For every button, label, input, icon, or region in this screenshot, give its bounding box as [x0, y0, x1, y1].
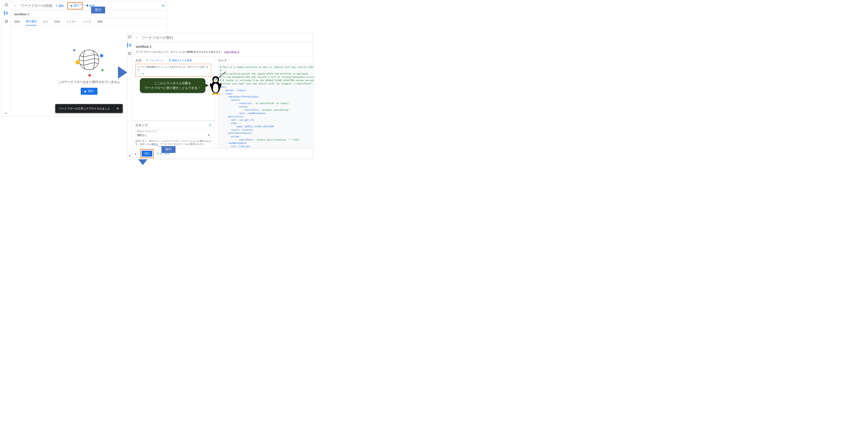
svg-rect-24 [129, 44, 129, 44]
page-title: ワークフローの実行 [142, 35, 173, 40]
play-icon: ▶ [85, 90, 87, 93]
workflows-logo-icon[interactable] [4, 2, 9, 7]
svg-point-23 [131, 38, 131, 38]
edit-label: 編集 [59, 4, 64, 8]
left-rail: ▸ [2, 1, 11, 116]
svg-rect-10 [5, 20, 6, 21]
run-button-label: 実行 [88, 89, 94, 93]
svg-point-46 [216, 93, 219, 95]
input-editor-hint-box: ユーザー補助機能のオプションを表示するには、Alt+F1 キーを押します。 1 … [135, 64, 211, 77]
select-value: 指定なし [137, 133, 147, 137]
svg-rect-13 [7, 22, 8, 23]
svg-rect-8 [5, 14, 6, 14]
edit-button[interactable]: ✎ 編集 [56, 4, 64, 8]
page-title: ワークフローの詳細 [21, 3, 52, 8]
workflow-description: ワークフローへの入力として、オプションの JSON オブジェクトを渡せます。 L… [136, 50, 315, 54]
empty-illustration [71, 47, 106, 76]
log-level-select[interactable]: 呼び出しログレベル * 指定なし ▾ [135, 129, 211, 138]
expand-footer-icon[interactable]: ▸ [135, 152, 136, 155]
svg-point-21 [131, 36, 131, 36]
speech-bubble: ここからランタイム引数を ワークフローに受け渡すこともできる！ [140, 78, 205, 93]
svg-point-1 [7, 3, 8, 4]
svg-point-2 [5, 6, 5, 6]
workflow-name: workflow-1 [136, 45, 315, 49]
svg-rect-7 [6, 13, 8, 13]
json-input-editor[interactable]: 1 {} [137, 72, 209, 75]
flow-arrow-down [138, 159, 147, 165]
logging-heading: ロギング [135, 123, 148, 127]
use-last-input-button[interactable]: 最後の入力を使用 [168, 59, 192, 62]
empty-run-button[interactable]: ▶ 実行 [81, 88, 97, 95]
svg-point-20 [128, 36, 128, 36]
workflow-header: workflow-1 ワークフローへの入力として、オプションの JSON オブジ… [132, 42, 315, 57]
tab-source[interactable]: ソース [83, 18, 91, 26]
tab-metrics[interactable]: 指標 [14, 18, 20, 26]
expand-rail-icon[interactable]: ▸ [6, 111, 7, 115]
code-comment: # This workflow passes the region where … [220, 72, 308, 75]
svg-point-41 [216, 78, 217, 79]
tab-history[interactable]: 実行履歴 [26, 18, 37, 26]
left-rail: ▸ [127, 33, 132, 159]
code-comment: # This is a sample workflow to test or r… [220, 66, 315, 68]
desc-bold: JSON オブジェクト [186, 51, 209, 53]
svg-rect-26 [129, 45, 129, 45]
rail-list-icon[interactable] [127, 43, 132, 47]
rail-grid-icon[interactable] [127, 51, 132, 56]
code-comment: # to the Wikipedia API and returns a lis… [220, 76, 315, 78]
help-icon[interactable]: ?⃝ [209, 124, 211, 127]
svg-rect-30 [128, 52, 129, 53]
penguin-mascot [207, 72, 226, 97]
tab-triggers[interactable]: トリガー [66, 18, 77, 26]
code-comment: # A region is retrieved from the GOOGLE_… [220, 79, 315, 82]
svg-rect-28 [129, 46, 129, 46]
svg-rect-12 [5, 22, 6, 23]
expand-rail-icon[interactable]: ▸ [129, 154, 130, 157]
chevron-down-icon: ▾ [208, 134, 210, 136]
svg-point-22 [128, 38, 128, 38]
format-button[interactable]: ✎ フォーマット [146, 59, 164, 62]
tab-logs[interactable]: ログ [43, 18, 48, 26]
code-section: コード ⧉# This is a sample workflow to test… [215, 57, 315, 148]
svg-rect-29 [129, 46, 131, 46]
svg-rect-27 [129, 45, 131, 45]
tab-permissions[interactable]: 権限 [97, 18, 103, 26]
input-heading: 入力 [135, 59, 142, 63]
external-link-icon: ⬈ [237, 51, 239, 53]
svg-rect-32 [128, 54, 129, 55]
snackbar-text: ワークフローが正常にデプロイされました [59, 107, 110, 110]
back-arrow-icon[interactable]: ← [135, 36, 139, 40]
detail-tabs: 指標 実行履歴 ログ 詳細 トリガー ソース 権限 [11, 18, 167, 26]
tab-details[interactable]: 詳細 [55, 18, 60, 26]
svg-point-38 [213, 84, 219, 93]
svg-rect-33 [130, 54, 131, 55]
svg-point-42 [214, 78, 215, 79]
svg-point-18 [73, 49, 75, 51]
refresh-icon[interactable]: ⟳ [162, 4, 164, 8]
code-viewer[interactable]: ⧉# This is a sample workflow to test or … [218, 64, 315, 148]
learn-more-link[interactable]: Learn More ⬈ [224, 51, 240, 53]
desc-suffix: を渡せます。 [209, 51, 223, 53]
code-heading: コード [218, 59, 227, 63]
code-comment: # unless you input your own search term;… [220, 82, 315, 85]
empty-text: このワークフローはまだ実行されていません [58, 80, 120, 84]
callout-run-bottom: 実行 [161, 146, 176, 153]
pencil-icon: ✎ [146, 59, 148, 62]
pencil-icon: ✎ [56, 4, 58, 7]
svg-point-0 [5, 3, 5, 4]
svg-rect-5 [6, 12, 8, 12]
execute-toolbar: ← ワークフローの実行 [132, 33, 315, 42]
deploy-snackbar: ワークフローが正常にデプロイされました ✕ [55, 104, 123, 113]
rail-list-icon[interactable] [4, 11, 9, 15]
svg-point-47 [212, 93, 215, 95]
desc-prefix: ワークフローへの入力として、オプションの [136, 51, 186, 53]
svg-point-19 [88, 74, 91, 76]
workflows-logo-icon[interactable] [127, 35, 132, 39]
rail-grid-icon[interactable] [4, 19, 9, 24]
clipboard-icon [168, 59, 171, 62]
close-icon[interactable]: ✕ [116, 106, 119, 110]
back-arrow-icon[interactable]: ← [13, 3, 17, 8]
line-number: 1 [137, 72, 142, 75]
svg-point-15 [75, 60, 80, 64]
svg-rect-31 [130, 52, 131, 53]
execute-button[interactable]: 実行 [142, 151, 152, 157]
